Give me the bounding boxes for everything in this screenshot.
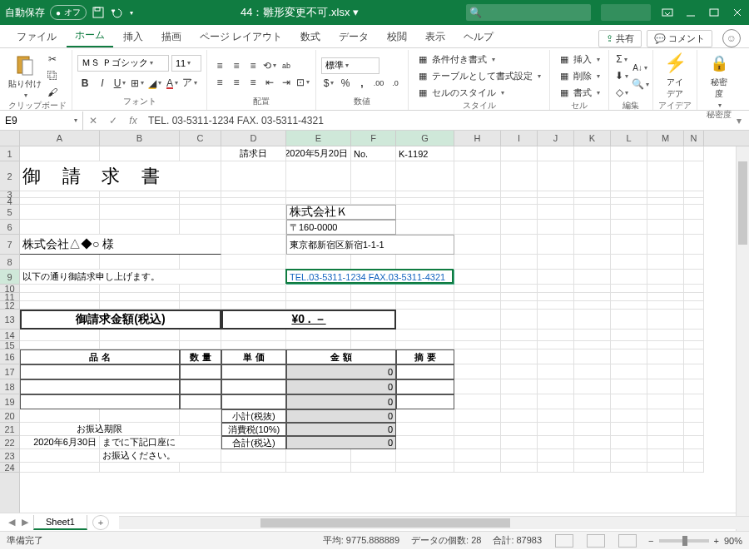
cells-area[interactable]: 請求日2020年5月20日No.K-1192御 請 求 書株式会社Ｋ〒160-0… [20, 146, 749, 513]
cell-E20[interactable]: 0 [286, 409, 396, 423]
row-header-12[interactable]: 12 [0, 301, 19, 310]
row-header-18[interactable]: 18 [0, 379, 19, 394]
col-header-K[interactable]: K [574, 131, 611, 146]
format-painter-icon[interactable]: 🖌 [45, 85, 60, 100]
cut-icon[interactable]: ✂ [45, 52, 60, 67]
name-box[interactable]: E9▾ [0, 112, 83, 130]
row-header-8[interactable]: 8 [0, 255, 19, 270]
cell-E16[interactable]: 金 額 [286, 349, 396, 364]
indent-inc-icon[interactable]: ⇥ [279, 75, 294, 90]
align-left-icon[interactable]: ≡ [212, 75, 227, 90]
row-header-7[interactable]: 7 [0, 235, 19, 255]
font-color-button[interactable]: A▾ [165, 76, 180, 91]
cell-G18[interactable] [396, 379, 454, 394]
expand-formula-icon[interactable]: ▾ [729, 112, 749, 130]
align-top-icon[interactable]: ≡ [212, 58, 227, 73]
horizontal-scrollbar[interactable] [119, 516, 749, 529]
cell-E21[interactable]: 0 [286, 423, 396, 436]
cell-A22[interactable]: 2020年6月30日 [20, 436, 100, 449]
orientation-icon[interactable]: ⟲▾ [262, 58, 277, 73]
tab-formulas[interactable]: 数式 [292, 26, 329, 47]
row-header-6[interactable]: 6 [0, 220, 19, 235]
col-header-B[interactable]: B [100, 131, 180, 146]
cell-A21[interactable]: お振込期限 [20, 423, 180, 436]
align-mid-icon[interactable]: ≡ [229, 58, 244, 73]
fx-icon[interactable]: fx [123, 112, 143, 130]
cell-E17[interactable]: 0 [286, 364, 396, 379]
sensitivity-button[interactable]: 🔒 秘密 度▾ [702, 52, 736, 109]
autosum-icon[interactable]: Σ▾ [614, 52, 629, 67]
cell-styles-button[interactable]: ▦セルのスタイル▾ [414, 85, 544, 100]
row-header-23[interactable]: 23 [0, 449, 19, 463]
view-pagebreak-icon[interactable] [618, 534, 637, 548]
sheet-nav-prev-icon[interactable]: ◀ [8, 517, 15, 528]
cell-E7[interactable]: 東京都新宿区新宿1-1-1 [286, 235, 454, 255]
dec-decimal-icon[interactable]: .0 [388, 76, 403, 91]
col-header-E[interactable]: E [286, 131, 351, 146]
row-header-24[interactable]: 24 [0, 463, 19, 473]
enter-formula-icon[interactable]: ✓ [103, 112, 123, 130]
view-pagelayout-icon[interactable] [587, 534, 605, 548]
inc-decimal-icon[interactable]: .00 [371, 76, 386, 91]
col-header-L[interactable]: L [611, 131, 647, 146]
cell-E22[interactable]: 0 [286, 436, 396, 449]
underline-button[interactable]: U▾ [112, 76, 127, 91]
cell-E18[interactable]: 0 [286, 379, 396, 394]
row-header-9[interactable]: 9 [0, 270, 19, 285]
phonetic-button[interactable]: ア▾ [182, 76, 197, 91]
cell-D21[interactable]: 消費税(10%) [221, 423, 286, 436]
save-icon[interactable] [92, 6, 105, 19]
row-header-22[interactable]: 22 [0, 436, 19, 449]
row-header-17[interactable]: 17 [0, 364, 19, 379]
row-header-1[interactable]: 1 [0, 146, 19, 161]
row-header-5[interactable]: 5 [0, 205, 19, 220]
cell-D1[interactable]: 請求日 [221, 146, 286, 161]
zoom-in-icon[interactable]: + [714, 536, 719, 546]
add-sheet-button[interactable]: + [92, 515, 109, 530]
cell-C16[interactable]: 数 量 [180, 349, 221, 364]
sort-filter-icon[interactable]: A↓▾ [632, 60, 647, 75]
font-size-select[interactable]: 11▾ [171, 55, 201, 72]
align-bot-icon[interactable]: ≡ [246, 58, 260, 73]
paste-button[interactable]: 貼り付け▾ [8, 53, 42, 99]
col-header-J[interactable]: J [538, 131, 574, 146]
col-header-F[interactable]: F [351, 131, 396, 146]
align-right-icon[interactable]: ≡ [246, 75, 260, 90]
cell-F1[interactable]: No. [351, 146, 396, 161]
percent-icon[interactable]: % [338, 76, 353, 91]
col-header-G[interactable]: G [396, 131, 454, 146]
tab-view[interactable]: 表示 [417, 26, 454, 47]
minimize-icon[interactable] [684, 6, 697, 19]
signin-pill[interactable] [601, 4, 651, 21]
share-button[interactable]: ⇪共有 [598, 30, 642, 47]
sheet-nav-next-icon[interactable]: ▶ [22, 517, 28, 528]
cell-E5[interactable]: 株式会社Ｋ [286, 205, 396, 220]
col-header-H[interactable]: H [454, 131, 501, 146]
cell-A2[interactable]: 御 請 求 書 [20, 161, 221, 191]
cell-G19[interactable] [396, 394, 454, 409]
wrap-text-button[interactable]: ab [279, 58, 294, 73]
col-header-M[interactable]: M [647, 131, 684, 146]
tab-draw[interactable]: 描画 [153, 26, 190, 47]
tab-pagelayout[interactable]: ページ レイアウト [191, 26, 290, 47]
row-header-13[interactable]: 13 [0, 310, 19, 330]
cell-A13[interactable]: 御請求金額(税込) [20, 310, 221, 330]
cell-C19[interactable] [180, 394, 221, 409]
autosave-toggle[interactable]: ● オフ [50, 5, 87, 20]
cell-A17[interactable] [20, 364, 180, 379]
search-box[interactable]: 🔍 [466, 4, 591, 21]
font-name-select[interactable]: ＭＳ Ｐゴシック▾ [77, 55, 169, 72]
bold-button[interactable]: B [77, 76, 92, 91]
cell-D18[interactable] [221, 379, 286, 394]
vertical-scrollbar[interactable] [736, 146, 749, 513]
tab-file[interactable]: ファイル [8, 26, 65, 47]
format-as-table-button[interactable]: ▦テーブルとして書式設定▾ [414, 68, 544, 83]
format-cells-button[interactable]: ▦書式▾ [555, 85, 603, 100]
cell-A18[interactable] [20, 379, 180, 394]
row-header-14[interactable]: 14 [0, 330, 19, 341]
row-header-15[interactable]: 15 [0, 341, 19, 349]
number-format-select[interactable]: 標準▾ [321, 57, 379, 74]
col-header-N[interactable]: N [684, 131, 704, 146]
cell-D13[interactable]: ¥0 . － [221, 310, 396, 330]
col-header-A[interactable]: A [20, 131, 100, 146]
